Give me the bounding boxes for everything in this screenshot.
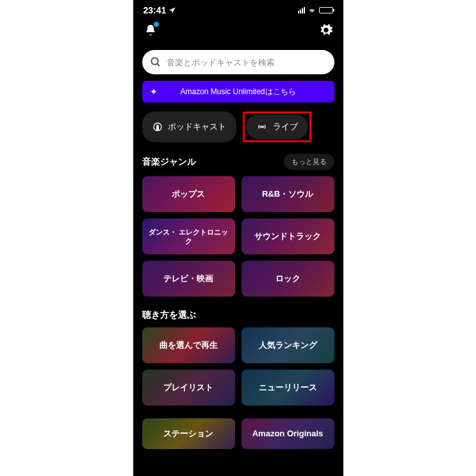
genre-tile-dance[interactable]: ダンス・ エレクトロニック [142, 218, 235, 254]
play-title: 聴き方を選ぶ [142, 309, 196, 321]
play-tile-ranking[interactable]: 人気ランキング [242, 327, 334, 363]
genre-tile-rock[interactable]: ロック [242, 261, 334, 297]
live-icon [256, 122, 268, 131]
svg-line-1 [157, 63, 160, 66]
play-tile-originals[interactable]: Amazon Originals [242, 418, 334, 449]
tile-label: プレイリスト [163, 382, 213, 393]
tile-label: サウンドトラック [254, 231, 321, 242]
settings-button[interactable] [319, 23, 333, 37]
genre-section-header: 音楽ジャンル もっと見る [133, 154, 343, 176]
genre-grid: ポップス R&B・ソウル ダンス・ エレクトロニック サウンドトラック テレビ・… [133, 176, 343, 309]
tile-label: テレビ・映画 [163, 273, 213, 284]
search-icon [150, 56, 161, 68]
tile-label: 曲を選んで再生 [160, 340, 218, 351]
top-bar [133, 17, 343, 42]
play-tile-playlist[interactable]: プレイリスト [142, 370, 235, 406]
location-icon [168, 6, 176, 14]
tile-label: R&B・ソウル [262, 188, 313, 200]
svg-point-0 [151, 58, 158, 65]
play-grid-bottom: ステーション Amazon Originals [133, 418, 343, 449]
play-tile-station[interactable]: ステーション [142, 418, 235, 449]
live-pill[interactable]: ライブ [246, 115, 308, 139]
play-section-header: 聴き方を選ぶ [133, 309, 343, 327]
podcast-icon [152, 122, 163, 132]
play-grid: 曲を選んで再生 人気ランキング プレイリスト ニューリリース [133, 327, 343, 418]
status-time: 23:41 [144, 5, 167, 15]
wifi-icon [308, 6, 316, 14]
signal-icon [298, 7, 305, 13]
battery-icon [319, 7, 333, 13]
tile-label: 人気ランキング [259, 340, 317, 351]
status-bar: 23:41 [133, 0, 343, 17]
play-tile-songs[interactable]: 曲を選んで再生 [142, 327, 235, 363]
search-input[interactable] [167, 58, 327, 67]
unlimited-banner[interactable]: ✦ Amazon Music Unlimitedはこちら [142, 81, 334, 103]
podcast-label: ポッドキャスト [168, 121, 226, 133]
genre-tile-tv[interactable]: テレビ・映画 [142, 261, 235, 297]
tile-label: ロック [275, 273, 300, 284]
tile-label: ポップス [172, 188, 205, 200]
status-left: 23:41 [144, 5, 177, 15]
genre-title: 音楽ジャンル [142, 156, 196, 168]
highlight-annotation: ライブ [243, 111, 311, 142]
tile-label: ダンス・ エレクトロニック [146, 227, 231, 246]
play-tile-newrelease[interactable]: ニューリリース [242, 370, 334, 406]
live-label: ライブ [273, 121, 298, 133]
notifications-button[interactable] [144, 23, 158, 37]
tile-label: Amazon Originals [252, 429, 324, 439]
svg-point-4 [261, 126, 262, 127]
status-right [298, 6, 333, 14]
genre-tile-pops[interactable]: ポップス [142, 176, 235, 212]
sparkle-icon: ✦ [150, 86, 158, 97]
genre-tile-rbsoul[interactable]: R&B・ソウル [242, 176, 334, 212]
more-button[interactable]: もっと見る [284, 154, 334, 170]
search-bar[interactable] [142, 50, 334, 74]
category-pills: ポッドキャスト ライブ [133, 111, 343, 154]
podcast-pill[interactable]: ポッドキャスト [142, 111, 236, 142]
banner-text: Amazon Music Unlimitedはこちら [180, 86, 295, 97]
app-screen: 23:41 ✦ Amazon Music Unlimitedはこちら [133, 0, 343, 476]
tile-label: ステーション [163, 428, 213, 439]
tile-label: ニューリリース [259, 382, 317, 393]
genre-tile-soundtrack[interactable]: サウンドトラック [242, 218, 334, 254]
